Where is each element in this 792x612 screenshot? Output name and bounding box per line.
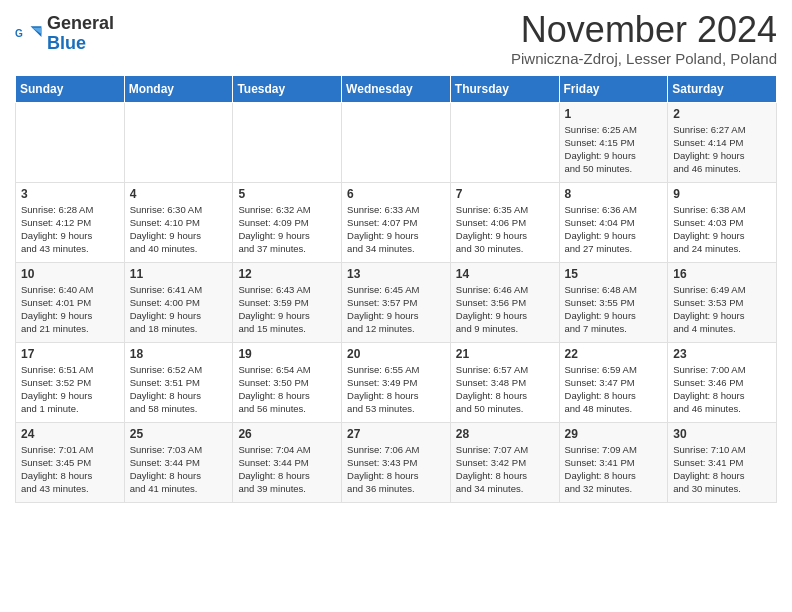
calendar-cell: 15Sunrise: 6:48 AM Sunset: 3:55 PM Dayli…	[559, 262, 668, 342]
day-number: 30	[673, 427, 771, 441]
location-subtitle: Piwniczna-Zdroj, Lesser Poland, Poland	[511, 50, 777, 67]
logo-blue-text: Blue	[47, 33, 86, 53]
calendar-body: 1Sunrise: 6:25 AM Sunset: 4:15 PM Daylig…	[16, 102, 777, 502]
day-info: Sunrise: 7:04 AM Sunset: 3:44 PM Dayligh…	[238, 443, 336, 496]
calendar-cell: 10Sunrise: 6:40 AM Sunset: 4:01 PM Dayli…	[16, 262, 125, 342]
calendar-cell: 29Sunrise: 7:09 AM Sunset: 3:41 PM Dayli…	[559, 422, 668, 502]
day-number: 28	[456, 427, 554, 441]
weekday-wednesday: Wednesday	[342, 75, 451, 102]
logo-icon: G	[15, 20, 43, 48]
month-title: November 2024	[511, 10, 777, 50]
calendar-cell: 1Sunrise: 6:25 AM Sunset: 4:15 PM Daylig…	[559, 102, 668, 182]
day-number: 23	[673, 347, 771, 361]
weekday-friday: Friday	[559, 75, 668, 102]
calendar-cell: 28Sunrise: 7:07 AM Sunset: 3:42 PM Dayli…	[450, 422, 559, 502]
day-info: Sunrise: 6:41 AM Sunset: 4:00 PM Dayligh…	[130, 283, 228, 336]
calendar-row-1: 3Sunrise: 6:28 AM Sunset: 4:12 PM Daylig…	[16, 182, 777, 262]
calendar-cell: 19Sunrise: 6:54 AM Sunset: 3:50 PM Dayli…	[233, 342, 342, 422]
calendar-cell: 5Sunrise: 6:32 AM Sunset: 4:09 PM Daylig…	[233, 182, 342, 262]
day-number: 27	[347, 427, 445, 441]
day-info: Sunrise: 6:57 AM Sunset: 3:48 PM Dayligh…	[456, 363, 554, 416]
calendar-cell: 30Sunrise: 7:10 AM Sunset: 3:41 PM Dayli…	[668, 422, 777, 502]
calendar-cell: 9Sunrise: 6:38 AM Sunset: 4:03 PM Daylig…	[668, 182, 777, 262]
calendar-cell: 23Sunrise: 7:00 AM Sunset: 3:46 PM Dayli…	[668, 342, 777, 422]
calendar-table: SundayMondayTuesdayWednesdayThursdayFrid…	[15, 75, 777, 503]
day-info: Sunrise: 6:40 AM Sunset: 4:01 PM Dayligh…	[21, 283, 119, 336]
page-header: G General Blue November 2024 Piwniczna-Z…	[15, 10, 777, 67]
day-info: Sunrise: 6:30 AM Sunset: 4:10 PM Dayligh…	[130, 203, 228, 256]
weekday-sunday: Sunday	[16, 75, 125, 102]
day-number: 14	[456, 267, 554, 281]
calendar-cell: 12Sunrise: 6:43 AM Sunset: 3:59 PM Dayli…	[233, 262, 342, 342]
day-info: Sunrise: 6:27 AM Sunset: 4:14 PM Dayligh…	[673, 123, 771, 176]
day-info: Sunrise: 6:43 AM Sunset: 3:59 PM Dayligh…	[238, 283, 336, 336]
day-info: Sunrise: 6:28 AM Sunset: 4:12 PM Dayligh…	[21, 203, 119, 256]
day-number: 2	[673, 107, 771, 121]
weekday-saturday: Saturday	[668, 75, 777, 102]
day-number: 8	[565, 187, 663, 201]
calendar-cell	[342, 102, 451, 182]
weekday-monday: Monday	[124, 75, 233, 102]
calendar-cell: 24Sunrise: 7:01 AM Sunset: 3:45 PM Dayli…	[16, 422, 125, 502]
day-info: Sunrise: 7:10 AM Sunset: 3:41 PM Dayligh…	[673, 443, 771, 496]
day-number: 18	[130, 347, 228, 361]
calendar-cell	[16, 102, 125, 182]
day-info: Sunrise: 6:33 AM Sunset: 4:07 PM Dayligh…	[347, 203, 445, 256]
calendar-cell: 22Sunrise: 6:59 AM Sunset: 3:47 PM Dayli…	[559, 342, 668, 422]
calendar-cell: 3Sunrise: 6:28 AM Sunset: 4:12 PM Daylig…	[16, 182, 125, 262]
day-info: Sunrise: 7:06 AM Sunset: 3:43 PM Dayligh…	[347, 443, 445, 496]
day-info: Sunrise: 6:52 AM Sunset: 3:51 PM Dayligh…	[130, 363, 228, 416]
day-info: Sunrise: 6:36 AM Sunset: 4:04 PM Dayligh…	[565, 203, 663, 256]
calendar-row-3: 17Sunrise: 6:51 AM Sunset: 3:52 PM Dayli…	[16, 342, 777, 422]
day-number: 19	[238, 347, 336, 361]
day-number: 7	[456, 187, 554, 201]
calendar-row-2: 10Sunrise: 6:40 AM Sunset: 4:01 PM Dayli…	[16, 262, 777, 342]
calendar-cell: 25Sunrise: 7:03 AM Sunset: 3:44 PM Dayli…	[124, 422, 233, 502]
day-number: 1	[565, 107, 663, 121]
day-info: Sunrise: 7:00 AM Sunset: 3:46 PM Dayligh…	[673, 363, 771, 416]
day-number: 12	[238, 267, 336, 281]
calendar-row-0: 1Sunrise: 6:25 AM Sunset: 4:15 PM Daylig…	[16, 102, 777, 182]
calendar-cell: 6Sunrise: 6:33 AM Sunset: 4:07 PM Daylig…	[342, 182, 451, 262]
weekday-thursday: Thursday	[450, 75, 559, 102]
day-info: Sunrise: 6:35 AM Sunset: 4:06 PM Dayligh…	[456, 203, 554, 256]
weekday-header-row: SundayMondayTuesdayWednesdayThursdayFrid…	[16, 75, 777, 102]
day-info: Sunrise: 7:09 AM Sunset: 3:41 PM Dayligh…	[565, 443, 663, 496]
calendar-cell: 8Sunrise: 6:36 AM Sunset: 4:04 PM Daylig…	[559, 182, 668, 262]
day-number: 11	[130, 267, 228, 281]
day-info: Sunrise: 6:49 AM Sunset: 3:53 PM Dayligh…	[673, 283, 771, 336]
day-number: 20	[347, 347, 445, 361]
day-info: Sunrise: 6:25 AM Sunset: 4:15 PM Dayligh…	[565, 123, 663, 176]
calendar-cell: 27Sunrise: 7:06 AM Sunset: 3:43 PM Dayli…	[342, 422, 451, 502]
day-number: 15	[565, 267, 663, 281]
day-info: Sunrise: 6:51 AM Sunset: 3:52 PM Dayligh…	[21, 363, 119, 416]
day-number: 24	[21, 427, 119, 441]
calendar-row-4: 24Sunrise: 7:01 AM Sunset: 3:45 PM Dayli…	[16, 422, 777, 502]
calendar-cell: 11Sunrise: 6:41 AM Sunset: 4:00 PM Dayli…	[124, 262, 233, 342]
day-info: Sunrise: 7:07 AM Sunset: 3:42 PM Dayligh…	[456, 443, 554, 496]
day-number: 16	[673, 267, 771, 281]
day-info: Sunrise: 6:45 AM Sunset: 3:57 PM Dayligh…	[347, 283, 445, 336]
day-info: Sunrise: 6:48 AM Sunset: 3:55 PM Dayligh…	[565, 283, 663, 336]
day-info: Sunrise: 6:32 AM Sunset: 4:09 PM Dayligh…	[238, 203, 336, 256]
svg-text:G: G	[15, 28, 23, 39]
day-info: Sunrise: 6:55 AM Sunset: 3:49 PM Dayligh…	[347, 363, 445, 416]
day-number: 26	[238, 427, 336, 441]
day-number: 17	[21, 347, 119, 361]
calendar-header: SundayMondayTuesdayWednesdayThursdayFrid…	[16, 75, 777, 102]
day-number: 9	[673, 187, 771, 201]
weekday-tuesday: Tuesday	[233, 75, 342, 102]
day-info: Sunrise: 6:38 AM Sunset: 4:03 PM Dayligh…	[673, 203, 771, 256]
calendar-cell	[450, 102, 559, 182]
day-info: Sunrise: 6:46 AM Sunset: 3:56 PM Dayligh…	[456, 283, 554, 336]
day-info: Sunrise: 6:54 AM Sunset: 3:50 PM Dayligh…	[238, 363, 336, 416]
day-info: Sunrise: 7:03 AM Sunset: 3:44 PM Dayligh…	[130, 443, 228, 496]
calendar-cell: 21Sunrise: 6:57 AM Sunset: 3:48 PM Dayli…	[450, 342, 559, 422]
day-number: 29	[565, 427, 663, 441]
logo: G General Blue	[15, 14, 114, 54]
calendar-cell	[124, 102, 233, 182]
calendar-cell	[233, 102, 342, 182]
day-number: 3	[21, 187, 119, 201]
calendar-cell: 14Sunrise: 6:46 AM Sunset: 3:56 PM Dayli…	[450, 262, 559, 342]
day-number: 22	[565, 347, 663, 361]
